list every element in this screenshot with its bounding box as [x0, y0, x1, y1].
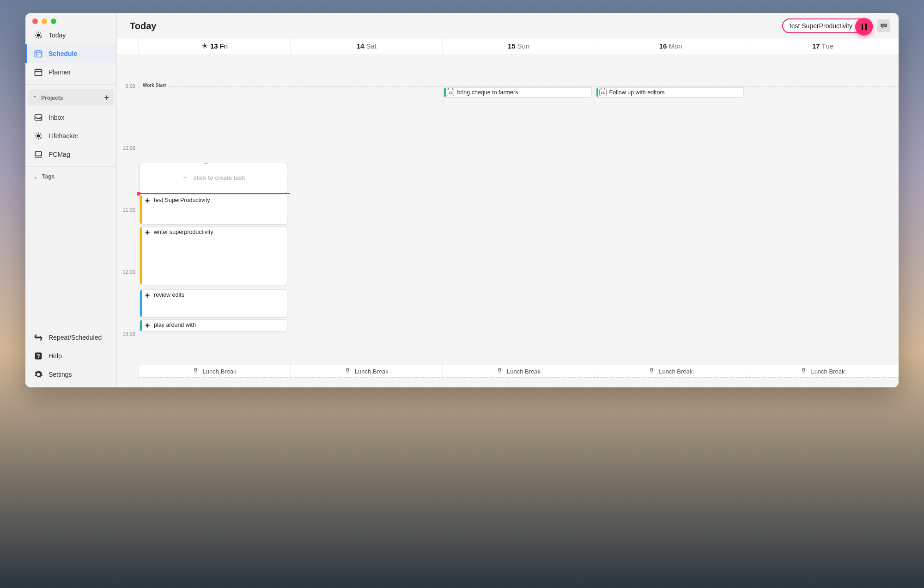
day-column[interactable]: Lunch Break [747, 55, 899, 387]
time-label: 13:00 [122, 331, 135, 337]
svg-line-23 [36, 138, 37, 139]
sidebar-badge: 3 [40, 117, 42, 122]
sidebar-item-help[interactable]: ? Help [25, 347, 116, 365]
sidebar-item-label: Repeat/Scheduled [49, 334, 102, 341]
event-title: Follow up with editors [609, 89, 665, 96]
time-label: 12:00 [122, 269, 135, 275]
sidebar-item-repeat[interactable]: Repeat/Scheduled [25, 328, 116, 347]
projects-label: Projects [41, 95, 63, 101]
repeat-icon [34, 333, 43, 342]
allday-event[interactable]: 15 bring cheque to farmers [444, 87, 591, 98]
sidebar-item-label: Lifehacker [49, 132, 79, 140]
calendar-grid[interactable]: 9:0010:0011:0012:0013:00 Work StartLunch… [117, 55, 899, 387]
svg-line-77 [149, 324, 149, 324]
day-column[interactable]: Lunch Break 15 bring cheque to farmers [442, 55, 594, 387]
minimize-icon[interactable] [42, 18, 47, 24]
svg-line-62 [149, 296, 149, 297]
svg-line-57 [146, 231, 146, 231]
event-stripe [140, 227, 142, 285]
svg-line-66 [146, 293, 146, 294]
event-stripe [140, 320, 142, 331]
time-label: 10:00 [122, 145, 135, 151]
svg-line-46 [146, 202, 146, 202]
cutlery-icon [497, 368, 503, 375]
add-project-button[interactable]: + [104, 93, 109, 103]
pause-button[interactable] [855, 18, 873, 36]
day-header[interactable]: 13Fri [138, 38, 290, 55]
svg-point-69 [146, 325, 148, 327]
chevron-down-icon: ⌃ [34, 174, 37, 179]
day-column[interactable]: Lunch Break 16 Follow up with editors [595, 55, 747, 387]
gear-icon [34, 370, 43, 379]
svg-point-60 [146, 294, 148, 296]
svg-rect-9 [35, 51, 42, 57]
day-column[interactable]: Lunch Break⏰ 10:15 ＋ click to create tas… [138, 55, 290, 387]
day-weekday: Sat [366, 42, 377, 50]
create-task-placeholder[interactable]: ⏰ 10:15 ＋ click to create task [140, 163, 287, 193]
svg-line-68 [149, 293, 149, 294]
day-number: 16 [659, 42, 667, 50]
svg-line-8 [40, 33, 41, 34]
lunch-break-block: Lunch Break [595, 365, 747, 378]
calendar-date-icon: 15 [447, 89, 454, 96]
svg-line-55 [146, 234, 146, 234]
svg-line-27 [40, 134, 41, 135]
svg-point-33 [203, 44, 206, 47]
tags-section-header[interactable]: ⌃ Tags [25, 170, 116, 184]
allday-event[interactable]: 16 Follow up with editors [596, 87, 744, 98]
day-weekday: Tue [822, 42, 833, 50]
day-header[interactable]: 15Sun [442, 38, 594, 55]
day-header[interactable]: 17Tue [747, 38, 899, 55]
svg-line-35 [206, 47, 207, 48]
maximize-icon[interactable] [51, 18, 56, 24]
notes-button[interactable] [877, 19, 890, 32]
sun-icon [144, 229, 151, 238]
sidebar-item-inbox[interactable]: Inbox 3 [25, 108, 116, 127]
sidebar-item-schedule[interactable]: Schedule [25, 44, 116, 63]
topbar: Today test SuperProductivity [117, 13, 899, 38]
svg-line-59 [149, 231, 149, 231]
lunch-break-block: Lunch Break [443, 365, 594, 378]
day-weekday: Sun [517, 42, 530, 50]
sidebar-item-today[interactable]: Today 4 [25, 26, 116, 44]
day-header[interactable]: 16Mon [595, 38, 747, 55]
svg-line-6 [36, 33, 37, 34]
main-content: Today test SuperProductivity 13Fri14Sat1… [117, 13, 899, 387]
window-controls[interactable] [32, 18, 56, 24]
sidebar-item-settings[interactable]: Settings [25, 365, 116, 384]
tags-label: Tags [42, 173, 55, 180]
calendar-event[interactable]: review edits [140, 289, 287, 318]
close-icon[interactable] [32, 18, 38, 24]
help-icon: ? [34, 351, 43, 361]
sun-icon [144, 322, 151, 331]
ghost-time: ⏰ 10:15 [200, 163, 226, 164]
sidebar: Today 4 Schedule Planner ⌃ Projects + In… [25, 13, 117, 387]
svg-line-25 [36, 134, 37, 135]
chevron-up-icon: ⌃ [33, 95, 36, 100]
sidebar-item-planner[interactable]: Planner [25, 63, 116, 81]
sidebar-item-lifehacker[interactable]: Lifehacker 2 [25, 127, 116, 145]
svg-line-44 [149, 202, 149, 202]
time-gutter: 9:0010:0011:0012:0013:00 [117, 55, 138, 387]
day-header[interactable]: 14Sat [290, 38, 442, 55]
svg-point-51 [146, 232, 148, 234]
sidebar-item-label: Inbox [49, 114, 64, 121]
calendar-event[interactable]: test SuperProductivity [140, 195, 287, 225]
sidebar-item-label: Planner [49, 68, 71, 76]
lunch-label: Lunch Break [355, 368, 389, 375]
sun-icon [144, 292, 151, 300]
calendar-event[interactable]: play around with [140, 319, 287, 332]
projects-section-header[interactable]: ⌃ Projects + [28, 89, 114, 106]
day-number: 15 [508, 42, 516, 50]
event-title: test SuperProductivity [154, 197, 210, 203]
running-task-label: test SuperProductivity [790, 22, 852, 30]
sidebar-badge: 4 [40, 35, 42, 39]
day-column[interactable]: Lunch Break [290, 55, 442, 387]
event-title: review edits [154, 292, 184, 298]
running-task-pill[interactable]: test SuperProductivity [782, 18, 873, 33]
sidebar-item-pcmag[interactable]: PCMag 1 [25, 145, 116, 164]
divider [25, 166, 116, 167]
svg-line-39 [203, 44, 203, 44]
ghost-text: click to create task [194, 175, 245, 181]
calendar-event[interactable]: writer superproductivity [140, 227, 287, 285]
